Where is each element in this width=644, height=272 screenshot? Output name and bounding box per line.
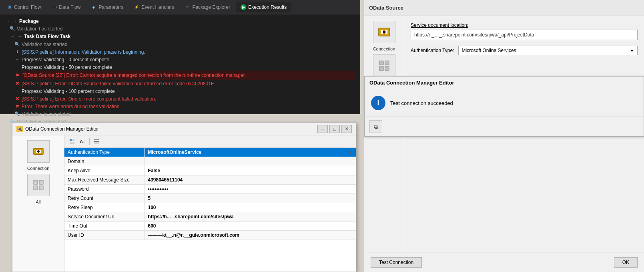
dialog-main: A↓ Authentication TypeMicrosoftOnlineSer… [64, 135, 356, 272]
categorize-btn[interactable] [68, 137, 76, 146]
log-text-12: Validation is completed [22, 111, 355, 118]
dialog-sidebar: Connection All [12, 135, 64, 272]
ok-button[interactable]: OK [614, 257, 638, 268]
tab-control-flow[interactable]: ⊞ Control Flow [2, 2, 46, 12]
alpha-sort-btn[interactable]: A↓ [78, 137, 87, 146]
prop-value-5: 5 [144, 194, 356, 203]
log-line-3: 🔍 Validation has started [5, 41, 355, 48]
svg-rect-7 [39, 186, 43, 190]
svg-rect-16 [381, 30, 383, 34]
info-icon-4: ℹ [14, 49, 20, 55]
close-button[interactable]: ✕ [341, 125, 352, 133]
success-info-icon: i [371, 96, 385, 110]
success-message: Test connection succeeded [390, 100, 453, 106]
prop-value-4: •••••••••••• [144, 185, 356, 194]
auth-type-value: Microsoft Online Services [462, 48, 516, 53]
log-text-9: Progress: Validating - 100 percent compl… [22, 88, 355, 95]
props-row-8[interactable]: Time Out600 [64, 222, 356, 231]
props-row-6[interactable]: Retry Sleep100 [64, 203, 356, 212]
props-row-1[interactable]: Domain [64, 157, 356, 166]
prop-value-9: ———kt__.n@r.__guie.onmicrosoft.com [144, 231, 356, 240]
props-row-2[interactable]: Keep AliveFalse [64, 166, 356, 175]
auth-dropdown-arrow: ▼ [630, 48, 634, 53]
right-connection-label: Connection [373, 46, 395, 51]
props-row-7[interactable]: Service Document Urlhttps://h..._.sharep… [64, 212, 356, 222]
svg-rect-21 [379, 66, 383, 71]
tab-data-flow[interactable]: ⟶ Data Flow [46, 2, 85, 12]
auth-type-label: Authentication Type: [411, 48, 454, 53]
prop-name-8: Time Out [64, 222, 144, 231]
tab-control-flow-label: Control Flow [14, 4, 41, 10]
prop-name-5: Retry Count [64, 194, 144, 203]
tab-package-explorer[interactable]: ≡ Package Explorer [180, 2, 235, 12]
log-line-4: ℹ [SSIS.Pipeline] Information: Validatio… [5, 48, 355, 56]
error-icon-10: ✖ [14, 96, 20, 102]
event-handlers-icon: ⚡ [134, 4, 139, 10]
svg-point-18 [383, 31, 385, 34]
all-icon-btn[interactable] [27, 174, 50, 196]
prop-value-6: 100 [144, 203, 356, 212]
log-text-11: Error: There were errors during task val… [22, 103, 355, 111]
dialog-window-controls: ─ □ ✕ [317, 125, 352, 133]
toolbar-separator [89, 138, 90, 145]
props-row-5[interactable]: Retry Count5 [64, 194, 356, 203]
control-flow-icon: ⊞ [6, 4, 12, 10]
svg-rect-20 [385, 61, 389, 65]
prop-name-0: Authentication Type [64, 148, 144, 157]
success-dialog-body: i Test connection succeeded [365, 89, 644, 117]
success-dialog-header: OData Connection Manager Editor [365, 77, 644, 89]
log-line-6: → Progress: Validating - 50 percent comp… [5, 64, 355, 71]
log-line-1: 🔍 Validation has started [5, 25, 355, 33]
props-row-0[interactable]: Authentication TypeMicrosoftOnlineServic… [64, 148, 356, 157]
tab-execution-results[interactable]: ▶ Execution Results [236, 2, 291, 12]
maximize-button[interactable]: □ [329, 125, 340, 133]
auth-type-dropdown[interactable]: Microsoft Online Services ▼ [458, 46, 638, 55]
svg-rect-9 [72, 139, 74, 141]
copy-icon-button[interactable]: ⧉ [369, 120, 382, 133]
search-icon-1: 🔍 [10, 26, 15, 32]
prop-value-0[interactable]: MicrosoftOnlineService▼ [144, 148, 356, 157]
svg-rect-4 [34, 180, 38, 184]
search-icon-12: 🔍 [14, 111, 20, 117]
tab-event-handlers-label: Event Handlers [141, 4, 174, 10]
ssis-panel: ⊞ Control Flow ⟶ Data Flow ◈ Parameters … [0, 0, 360, 114]
log-line-9: → Progress: Validating - 100 percent com… [5, 88, 355, 95]
minimize-button[interactable]: ─ [317, 125, 328, 133]
success-dialog-footer: ⧉ [365, 117, 644, 136]
tab-parameters[interactable]: ◈ Parameters [86, 2, 128, 12]
tab-event-handlers[interactable]: ⚡ Event Handlers [129, 2, 179, 12]
dialog-title-area: 🔌 OData Connection Manager Editor [16, 126, 99, 132]
right-all-icon-btn[interactable] [373, 54, 395, 77]
prop-name-9: User ID [64, 231, 144, 240]
log-line-10: ✖ [SSIS.Pipeline] Error: One or more com… [5, 95, 355, 103]
log-line-5: → Progress: Validating - 0 percent compl… [5, 56, 355, 64]
props-row-3[interactable]: Max Received Message Size4398046511104 [64, 175, 356, 185]
connection-sidebar-label: Connection [27, 166, 50, 171]
test-connection-button[interactable]: Test Connection [371, 257, 422, 268]
log-text-10: [SSIS.Pipeline] Error: One or more compo… [22, 95, 355, 103]
props-row-4[interactable]: Password•••••••••••• [64, 185, 356, 194]
service-doc-value[interactable]: https://r _…_.sharepoint.com/sites/pwa/_… [411, 30, 638, 40]
right-panel-title: OData Source [369, 5, 403, 11]
props-row-9[interactable]: User ID———kt__.n@r.__guie.onmicrosoft.co… [64, 231, 356, 240]
right-connection-icon-btn[interactable] [373, 21, 395, 43]
bottom-action-bar: Test Connection OK [364, 252, 644, 272]
error-icon-7: ✖ [14, 72, 20, 78]
dialog-toolbar: A↓ [64, 135, 356, 148]
log-text-0: Package [19, 18, 355, 25]
right-sidebar: Connection All [364, 16, 404, 272]
service-doc-field: Service document location: https://r _…_… [411, 22, 638, 40]
log-text-7: [OData Source [22]] Error: Cannot acquir… [22, 71, 355, 80]
connection-icon-btn[interactable] [27, 140, 50, 163]
right-content: Service document location: https://r _…_… [404, 16, 644, 272]
prop-name-2: Keep Alive [64, 166, 144, 175]
arrow-icon-0: → [5, 18, 10, 24]
log-text-1: Validation has started [17, 25, 355, 33]
tab-parameters-label: Parameters [98, 4, 123, 10]
dialog-body: Connection All [12, 135, 356, 272]
ssis-output-content: → → Package 🔍 Validation has started → →… [0, 14, 360, 129]
svg-rect-5 [39, 180, 43, 184]
grid-view-btn[interactable] [92, 137, 101, 146]
tab-data-flow-label: Data Flow [59, 4, 80, 10]
error-icon-8: ✖ [14, 81, 20, 87]
